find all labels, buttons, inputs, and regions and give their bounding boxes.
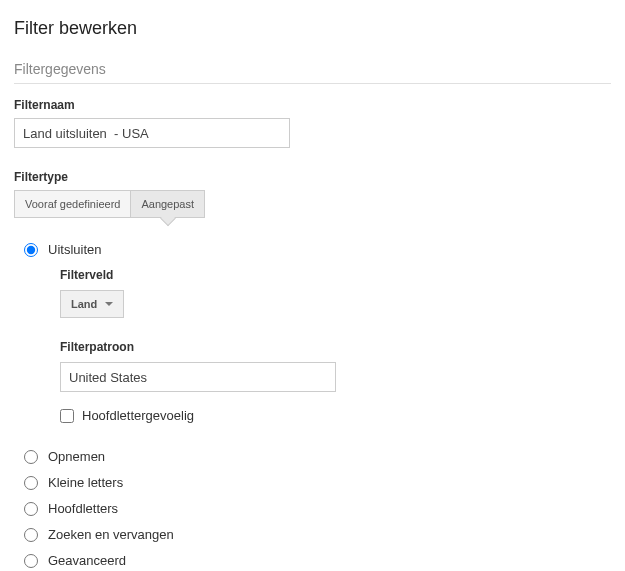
filter-type-label: Filtertype — [14, 170, 611, 184]
section-title: Filtergegevens — [14, 61, 611, 84]
lowercase-label: Kleine letters — [48, 475, 123, 490]
exclude-label: Uitsluiten — [48, 242, 101, 257]
lowercase-row: Kleine letters — [14, 475, 611, 490]
filter-name-input[interactable] — [14, 118, 290, 148]
uppercase-label: Hoofdletters — [48, 501, 118, 516]
caret-down-icon — [105, 302, 113, 306]
filter-name-label: Filternaam — [14, 98, 611, 112]
case-sensitive-checkbox[interactable] — [60, 409, 74, 423]
filter-field-value: Land — [71, 298, 97, 310]
advanced-radio[interactable] — [24, 554, 38, 568]
include-radio[interactable] — [24, 450, 38, 464]
filter-pattern-input[interactable] — [60, 362, 336, 392]
filter-pattern-label: Filterpatroon — [60, 340, 611, 354]
advanced-row: Geavanceerd — [14, 553, 611, 568]
exclude-radio[interactable] — [24, 243, 38, 257]
advanced-label: Geavanceerd — [48, 553, 126, 568]
search-replace-row: Zoeken en vervangen — [14, 527, 611, 542]
uppercase-radio[interactable] — [24, 502, 38, 516]
predefined-button[interactable]: Vooraf gedefinieerd — [14, 190, 131, 218]
filter-type-toggle: Vooraf gedefinieerd Aangepast — [14, 190, 611, 218]
filter-field-label: Filterveld — [60, 268, 611, 282]
lowercase-radio[interactable] — [24, 476, 38, 490]
exclude-row: Uitsluiten — [14, 242, 611, 257]
case-sensitive-label: Hoofdlettergevoelig — [82, 408, 194, 423]
search-replace-radio[interactable] — [24, 528, 38, 542]
uppercase-row: Hoofdletters — [14, 501, 611, 516]
filter-field-select[interactable]: Land — [60, 290, 124, 318]
search-replace-label: Zoeken en vervangen — [48, 527, 174, 542]
page-title: Filter bewerken — [14, 18, 611, 39]
case-sensitive-row: Hoofdlettergevoelig — [60, 408, 611, 423]
exclude-subsection: Filterveld Land Filterpatroon Hoofdlette… — [60, 268, 611, 423]
include-row: Opnemen — [14, 449, 611, 464]
custom-button[interactable]: Aangepast — [131, 190, 205, 218]
include-label: Opnemen — [48, 449, 105, 464]
